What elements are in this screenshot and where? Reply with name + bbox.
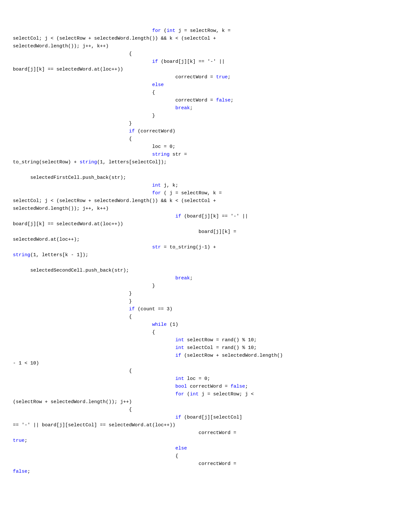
code-display: for (int j = selectRow, k = selectCol; j… <box>13 19 398 476</box>
line-1: for (int j = selectRow, k = selectCol; j… <box>13 28 283 474</box>
